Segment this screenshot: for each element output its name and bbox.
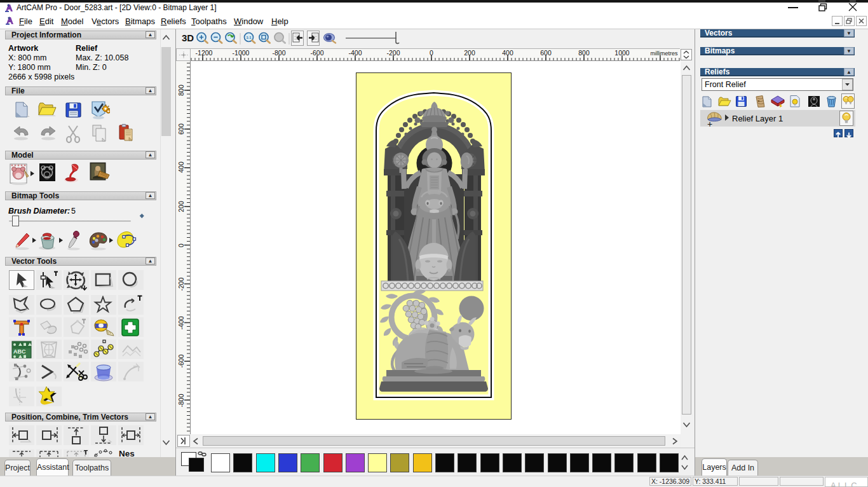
svg-text:200: 200: [177, 201, 185, 212]
svg-text:millimetres: millimetres: [650, 50, 678, 57]
svg-text:800: 800: [177, 85, 185, 96]
svg-text:0: 0: [177, 244, 185, 247]
svg-text:1:1: 1:1: [247, 36, 252, 39]
svg-text:800: 800: [578, 49, 590, 57]
svg-text:400: 400: [502, 49, 513, 57]
svg-text:-1000: -1000: [233, 49, 250, 57]
svg-text:-600: -600: [310, 49, 323, 57]
svg-text:-600: -600: [177, 354, 185, 367]
svg-text:-200: -200: [177, 277, 185, 291]
svg-text:ABC: ABC: [13, 348, 26, 355]
svg-text:400: 400: [177, 161, 185, 173]
svg-text:0: 0: [430, 49, 433, 57]
svg-text:-400: -400: [348, 49, 362, 57]
svg-text:-800: -800: [272, 49, 285, 57]
svg-text:-1200: -1200: [196, 49, 213, 57]
svg-text:1000: 1000: [614, 49, 630, 57]
svg-text:600: 600: [177, 123, 185, 135]
svg-text:-800: -800: [177, 394, 185, 407]
svg-text:600: 600: [540, 49, 552, 57]
svg-text:-200: -200: [386, 49, 400, 57]
svg-text:-400: -400: [177, 316, 185, 329]
svg-text:200: 200: [464, 49, 475, 57]
